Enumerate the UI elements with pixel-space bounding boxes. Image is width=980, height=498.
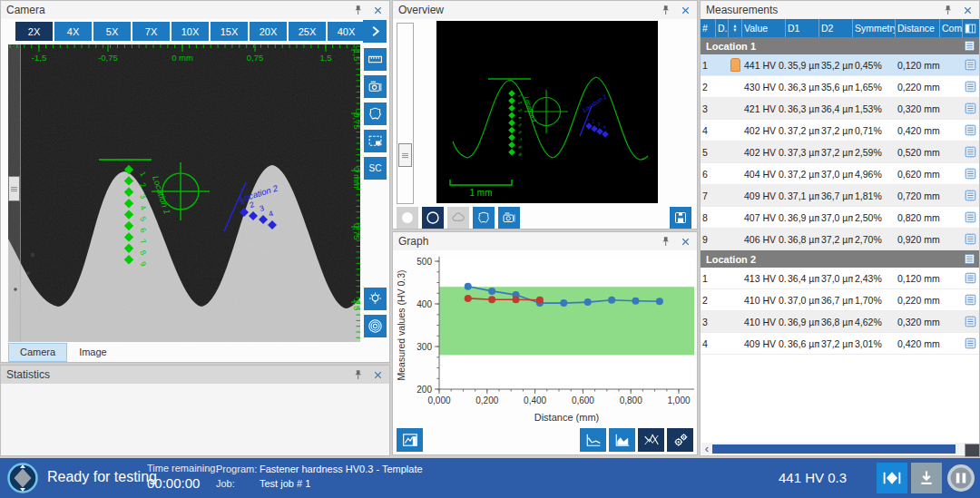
measurement-row[interactable]: 2430 HV 0.336,3 µm35,6 µm1,65%0,220 mm — [701, 76, 979, 98]
row-details-icon[interactable] — [963, 337, 980, 349]
magnification-2x-button[interactable]: 2X — [15, 22, 53, 41]
tool-export-graph-button[interactable] — [397, 428, 423, 452]
overview-zoom-slider[interactable] — [397, 23, 414, 204]
tool-multi-series-chart-button[interactable] — [638, 428, 664, 452]
tool-autofocus-button[interactable] — [364, 315, 387, 337]
data-point[interactable] — [608, 297, 615, 304]
data-point[interactable] — [536, 297, 544, 304]
group-row[interactable]: Location 1 — [701, 37, 979, 54]
group-details-icon[interactable] — [964, 40, 975, 52]
row-details-icon[interactable] — [963, 272, 980, 284]
camera-slider-handle[interactable] — [8, 176, 20, 201]
data-point[interactable] — [488, 296, 495, 303]
measurement-row[interactable]: 1441 HV 0.335,9 µm35,2 µm0,45%0,120 mm — [701, 54, 979, 76]
column-header-Value[interactable]: Value — [742, 19, 786, 37]
measurement-row[interactable]: 5402 HV 0.337,3 µm37,2 µm2,59%0,520 mm — [701, 142, 979, 163]
column-header-Symmetry[interactable]: Symmetry — [853, 19, 896, 37]
tool-area-chart-button[interactable] — [609, 428, 635, 452]
close-icon[interactable] — [680, 5, 691, 16]
group-details-icon[interactable] — [964, 253, 975, 265]
camera-vertical-slider[interactable] — [8, 44, 21, 342]
overview-map[interactable]: 123456789Location 1 1234Location 2 1 mm — [436, 21, 658, 203]
column-header-D1[interactable]: D1 — [786, 19, 819, 37]
row-details-icon[interactable] — [963, 294, 980, 306]
camera-live-image[interactable]: -1,5-0,750 mm0,751,5 -1,5-0,750 mm0,751,… — [8, 44, 360, 342]
indenter-column-icon[interactable] — [729, 19, 742, 37]
close-icon[interactable] — [372, 5, 384, 16]
magnification-7x-button[interactable]: 7X — [132, 22, 170, 41]
column-header-#[interactable]: # — [701, 19, 716, 37]
column-header-D2[interactable]: D2 — [819, 19, 853, 37]
measurement-row[interactable]: 9406 HV 0.336,8 µm37,2 µm2,70%0,920 mm — [701, 229, 979, 250]
tool-capture-region-button[interactable] — [364, 130, 387, 152]
measurement-row[interactable]: 4402 HV 0.337,2 µm37,2 µm0,71%0,420 mm — [701, 120, 979, 142]
magnification-20x-button[interactable]: 20X — [250, 22, 287, 41]
magnification-5x-button[interactable]: 5X — [93, 22, 131, 41]
pause-button[interactable] — [946, 463, 976, 493]
pin-icon[interactable] — [660, 5, 671, 16]
data-point[interactable] — [513, 296, 520, 303]
row-details-icon[interactable] — [963, 168, 980, 180]
data-point[interactable] — [465, 295, 472, 302]
measurement-row[interactable]: 2410 HV 0.337,0 µm36,7 µm1,70%0,220 mm — [701, 289, 979, 311]
scroll-left-icon[interactable]: ‹ — [701, 443, 712, 454]
measurement-row[interactable]: 3421 HV 0.336,3 µm36,4 µm1,53%0,320 mm — [701, 98, 979, 120]
tool-line-chart-button[interactable] — [580, 428, 606, 452]
measurement-row[interactable]: 4409 HV 0.336,6 µm37,2 µm3,01%0,420 mm — [701, 333, 979, 355]
row-details-icon[interactable] — [963, 190, 980, 201]
start-measurement-button[interactable] — [877, 463, 907, 493]
row-details-icon[interactable] — [963, 146, 980, 158]
magnification-4x-button[interactable]: 4X — [54, 22, 92, 41]
column-chooser-icon[interactable] — [963, 19, 980, 37]
tool-contour-button[interactable] — [364, 103, 387, 125]
tool-sc-button[interactable]: SC — [364, 157, 387, 180]
data-point[interactable] — [488, 288, 495, 295]
tool-ellipse-outline-button[interactable] — [422, 207, 444, 229]
pin-icon[interactable] — [660, 236, 671, 248]
row-details-icon[interactable] — [963, 59, 980, 71]
data-point[interactable] — [560, 299, 567, 307]
measurement-row[interactable]: 3410 HV 0.336,9 µm36,8 µm4,62%0,320 mm — [701, 311, 979, 333]
pin-icon[interactable] — [352, 5, 364, 16]
measurement-row[interactable]: 1413 HV 0.336,4 µm37,0 µm2,43%0,120 mm — [701, 268, 979, 289]
measurement-row[interactable]: 6404 HV 0.337,2 µm37,0 µm4,96%0,620 mm — [701, 163, 979, 185]
measurement-row[interactable]: 7409 HV 0.337,1 µm36,7 µm1,81%0,720 mm — [701, 185, 979, 207]
close-icon[interactable] — [680, 236, 691, 248]
tool-ruler-button[interactable] — [364, 48, 387, 71]
row-details-icon[interactable] — [963, 316, 980, 327]
column-header-Comme.[interactable]: Comme. — [940, 19, 963, 37]
measurement-row[interactable]: 8407 HV 0.336,9 µm37,0 µm2,50%0,820 mm — [701, 207, 979, 229]
tool-illumination-button[interactable] — [364, 288, 387, 310]
pin-icon[interactable] — [942, 5, 954, 16]
group-row[interactable]: Location 2 — [701, 250, 979, 268]
column-header-Distance[interactable]: Distance — [896, 19, 940, 37]
row-details-icon[interactable] — [963, 81, 980, 93]
tool-save-image-button[interactable] — [670, 207, 691, 229]
data-point[interactable] — [656, 298, 663, 305]
horizontal-scrollbar[interactable]: ‹ — [701, 443, 978, 454]
close-icon[interactable] — [372, 369, 384, 381]
tab-image[interactable]: Image — [67, 343, 119, 362]
data-point[interactable] — [584, 298, 592, 306]
scrollbar-thumb[interactable] — [712, 444, 956, 454]
magnification-10x-button[interactable]: 10X — [172, 22, 209, 41]
magnification-25x-button[interactable]: 25X — [289, 22, 326, 41]
overview-slider-handle[interactable] — [398, 143, 412, 167]
column-header-D...[interactable]: D... — [716, 19, 729, 37]
tab-camera[interactable]: Camera — [8, 343, 67, 362]
row-details-icon[interactable] — [963, 103, 980, 114]
close-icon[interactable] — [962, 5, 974, 16]
lower-indenter-button[interactable] — [911, 463, 942, 493]
tool-contour-button[interactable] — [473, 207, 495, 229]
tool-chart-settings-button[interactable] — [667, 428, 693, 452]
magnification-40x-button[interactable]: 40X — [328, 22, 365, 41]
data-point[interactable] — [465, 283, 472, 290]
chevron-right-icon[interactable] — [363, 20, 387, 43]
magnification-15x-button[interactable]: 15X — [211, 22, 248, 41]
tool-snapshot-button[interactable] — [498, 207, 520, 229]
tool-snapshot-button[interactable] — [364, 75, 387, 98]
pin-icon[interactable] — [352, 369, 364, 381]
row-details-icon[interactable] — [963, 211, 980, 223]
data-point[interactable] — [632, 298, 640, 305]
row-details-icon[interactable] — [963, 233, 980, 245]
